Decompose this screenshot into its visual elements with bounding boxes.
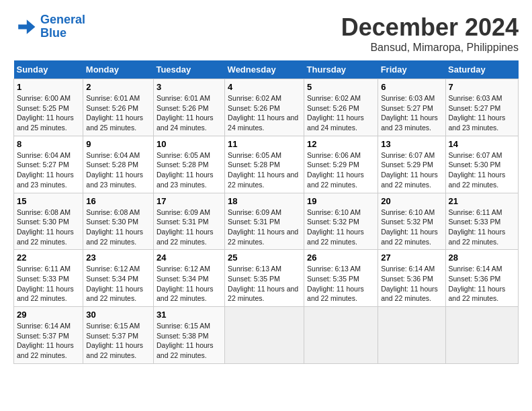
cell-info: Sunrise: 6:15 AM: [86, 321, 150, 331]
cell-info: Sunrise: 6:04 AM: [17, 150, 80, 161]
cell-info: Sunrise: 6:12 AM: [157, 264, 222, 274]
calendar-cell: [378, 307, 445, 364]
cell-info: Daylight: 11 hours and 22 minutes.: [17, 227, 80, 246]
day-number: 26: [307, 253, 375, 263]
cell-info: Sunset: 5:34 PM: [86, 274, 150, 284]
cell-info: Sunset: 5:36 PM: [381, 274, 442, 284]
cell-info: Sunrise: 6:07 AM: [381, 150, 442, 161]
svg-marker-0: [18, 19, 35, 34]
calendar-week-row: 29Sunrise: 6:14 AMSunset: 5:37 PMDayligh…: [14, 307, 519, 364]
calendar-body: 1Sunrise: 6:00 AMSunset: 5:25 PMDaylight…: [14, 79, 519, 364]
calendar-week-row: 15Sunrise: 6:08 AMSunset: 5:30 PMDayligh…: [14, 193, 519, 250]
cell-info: Daylight: 11 hours and 22 minutes.: [228, 284, 301, 304]
calendar-table: SundayMondayTuesdayWednesdayThursdayFrid…: [13, 60, 519, 364]
cell-info: Sunset: 5:27 PM: [17, 160, 80, 170]
day-number: 12: [307, 139, 375, 149]
day-number: 27: [381, 253, 442, 263]
cell-info: Daylight: 11 hours and 22 minutes.: [86, 227, 150, 246]
main-title: December 2024: [341, 13, 519, 42]
calendar-week-row: 8Sunrise: 6:04 AMSunset: 5:27 PMDaylight…: [14, 136, 519, 193]
cell-info: Sunrise: 6:11 AM: [449, 208, 515, 218]
cell-info: Sunrise: 6:13 AM: [228, 264, 301, 274]
cell-info: Daylight: 11 hours and 22 minutes.: [381, 170, 442, 189]
day-number: 18: [228, 196, 301, 206]
calendar-cell: 23Sunrise: 6:12 AMSunset: 5:34 PMDayligh…: [83, 250, 154, 307]
cell-info: Sunrise: 6:05 AM: [157, 150, 222, 161]
calendar-cell: 9Sunrise: 6:04 AMSunset: 5:28 PMDaylight…: [83, 136, 154, 193]
day-number: 3: [157, 82, 222, 92]
day-header: Wednesday: [225, 60, 304, 79]
cell-info: Daylight: 11 hours and 24 minutes.: [228, 113, 301, 132]
calendar-cell: 26Sunrise: 6:13 AMSunset: 5:35 PMDayligh…: [304, 250, 378, 307]
day-number: 16: [86, 196, 150, 206]
calendar-cell: 21Sunrise: 6:11 AMSunset: 5:33 PMDayligh…: [445, 193, 518, 250]
cell-info: Sunrise: 6:14 AM: [17, 321, 80, 331]
logo-icon: [13, 15, 38, 39]
cell-info: Sunrise: 6:02 AM: [307, 93, 375, 103]
day-number: 19: [307, 196, 375, 206]
day-number: 31: [157, 310, 222, 320]
cell-info: Sunrise: 6:00 AM: [17, 93, 80, 103]
cell-info: Daylight: 11 hours and 22 minutes.: [449, 284, 515, 304]
cell-info: Sunset: 5:34 PM: [157, 274, 222, 284]
day-number: 4: [228, 82, 301, 92]
day-number: 30: [86, 310, 150, 320]
cell-info: Daylight: 11 hours and 22 minutes.: [449, 170, 515, 189]
cell-info: Sunset: 5:27 PM: [449, 103, 515, 113]
cell-info: Daylight: 11 hours and 25 minutes.: [86, 113, 150, 132]
logo-text: General Blue: [40, 13, 85, 40]
day-header: Friday: [378, 60, 445, 79]
calendar-cell: 1Sunrise: 6:00 AMSunset: 5:25 PMDaylight…: [14, 79, 83, 136]
day-number: 28: [449, 253, 515, 263]
cell-info: Sunset: 5:31 PM: [228, 217, 301, 227]
day-number: 21: [449, 196, 515, 206]
logo-line2: Blue: [40, 26, 66, 40]
cell-info: Sunset: 5:33 PM: [17, 274, 80, 284]
calendar-cell: 13Sunrise: 6:07 AMSunset: 5:29 PMDayligh…: [378, 136, 445, 193]
calendar-cell: 27Sunrise: 6:14 AMSunset: 5:36 PMDayligh…: [378, 250, 445, 307]
calendar-cell: 29Sunrise: 6:14 AMSunset: 5:37 PMDayligh…: [14, 307, 83, 364]
calendar-cell: [445, 307, 518, 364]
cell-info: Sunrise: 6:10 AM: [381, 208, 442, 218]
cell-info: Sunset: 5:30 PM: [449, 160, 515, 170]
cell-info: Sunrise: 6:14 AM: [449, 264, 515, 274]
cell-info: Sunset: 5:37 PM: [17, 331, 80, 341]
title-area: December 2024 Bansud, Mimaropa, Philippi…: [341, 13, 519, 54]
calendar-week-row: 22Sunrise: 6:11 AMSunset: 5:33 PMDayligh…: [14, 250, 519, 307]
calendar-cell: 11Sunrise: 6:05 AMSunset: 5:28 PMDayligh…: [225, 136, 304, 193]
cell-info: Daylight: 11 hours and 22 minutes.: [157, 284, 222, 304]
cell-info: Sunset: 5:35 PM: [228, 274, 301, 284]
calendar-week-row: 1Sunrise: 6:00 AMSunset: 5:25 PMDaylight…: [14, 79, 519, 136]
day-number: 1: [17, 82, 80, 92]
cell-info: Daylight: 11 hours and 22 minutes.: [307, 170, 375, 189]
cell-info: Daylight: 11 hours and 22 minutes.: [86, 340, 150, 360]
cell-info: Daylight: 11 hours and 22 minutes.: [17, 284, 80, 304]
cell-info: Sunrise: 6:15 AM: [157, 321, 222, 331]
cell-info: Daylight: 11 hours and 24 minutes.: [157, 113, 222, 132]
day-number: 15: [17, 196, 80, 206]
calendar-cell: 30Sunrise: 6:15 AMSunset: 5:37 PMDayligh…: [83, 307, 154, 364]
cell-info: Daylight: 11 hours and 22 minutes.: [157, 340, 222, 360]
cell-info: Sunset: 5:28 PM: [157, 160, 222, 170]
calendar-cell: 22Sunrise: 6:11 AMSunset: 5:33 PMDayligh…: [14, 250, 83, 307]
cell-info: Daylight: 11 hours and 22 minutes.: [381, 227, 442, 246]
cell-info: Sunset: 5:26 PM: [86, 103, 150, 113]
calendar-cell: 16Sunrise: 6:08 AMSunset: 5:30 PMDayligh…: [83, 193, 154, 250]
day-header: Monday: [83, 60, 154, 79]
cell-info: Sunset: 5:32 PM: [381, 217, 442, 227]
cell-info: Sunset: 5:31 PM: [157, 217, 222, 227]
cell-info: Sunrise: 6:02 AM: [228, 93, 301, 103]
cell-info: Sunrise: 6:04 AM: [86, 150, 150, 161]
calendar-cell: 19Sunrise: 6:10 AMSunset: 5:32 PMDayligh…: [304, 193, 378, 250]
cell-info: Daylight: 11 hours and 22 minutes.: [157, 227, 222, 246]
cell-info: Sunset: 5:27 PM: [381, 103, 442, 113]
cell-info: Sunset: 5:29 PM: [307, 160, 375, 170]
calendar-cell: 18Sunrise: 6:09 AMSunset: 5:31 PMDayligh…: [225, 193, 304, 250]
cell-info: Sunset: 5:28 PM: [228, 160, 301, 170]
day-number: 7: [449, 82, 515, 92]
calendar-cell: 14Sunrise: 6:07 AMSunset: 5:30 PMDayligh…: [445, 136, 518, 193]
day-number: 14: [449, 139, 515, 149]
cell-info: Daylight: 11 hours and 22 minutes.: [228, 170, 301, 189]
calendar-cell: 31Sunrise: 6:15 AMSunset: 5:38 PMDayligh…: [153, 307, 224, 364]
cell-info: Sunrise: 6:10 AM: [307, 208, 375, 218]
